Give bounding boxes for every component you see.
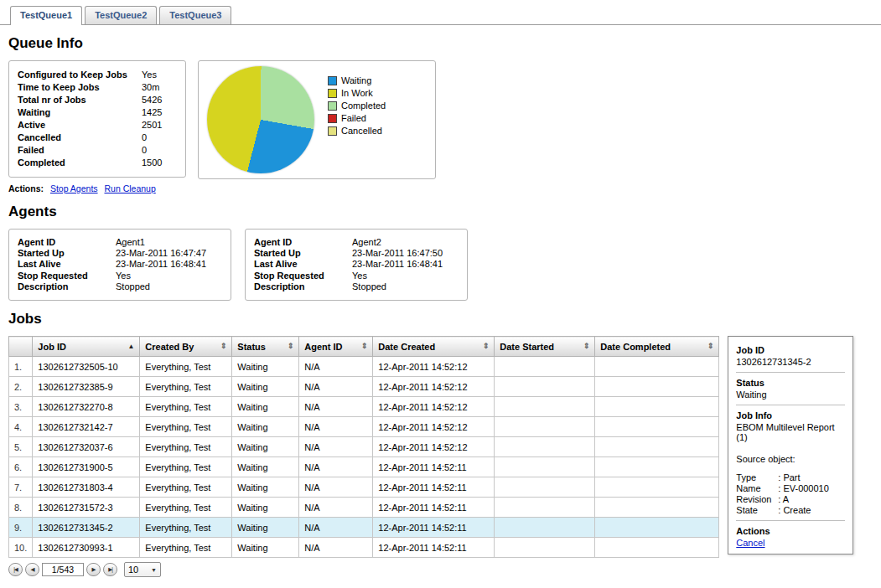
agent-field-value: Agent1 — [116, 237, 145, 248]
cell-agent-id: N/A — [299, 518, 373, 538]
sort-icon[interactable]: ⇕ — [288, 343, 294, 350]
table-row[interactable]: 8.1302612731572-3Everything, TestWaiting… — [9, 498, 719, 518]
next-page-button[interactable]: ▶ — [86, 563, 101, 576]
cell-created-by: Everything, Test — [140, 477, 232, 498]
page-size-select[interactable]: 10▼ — [124, 562, 161, 577]
stat-label: Configured to Keep Jobs — [18, 69, 142, 81]
cancel-job-link[interactable]: Cancel — [736, 538, 764, 548]
agent-field-label: Started Up — [254, 248, 352, 259]
agent-field-label: Agent ID — [254, 237, 352, 248]
property-label: Type — [736, 472, 778, 483]
column-label: Date Created — [378, 342, 435, 352]
detail-actions-label: Actions — [736, 524, 845, 538]
spacer — [736, 446, 845, 454]
cell-date-completed — [595, 397, 719, 417]
prev-page-button[interactable]: ◀ — [25, 563, 39, 576]
row-number: 4. — [9, 417, 33, 437]
stop-agents-link[interactable]: Stop Agents — [50, 183, 98, 193]
cell-agent-id: N/A — [299, 477, 373, 498]
column-header-job-id[interactable]: Job ID▲ — [33, 337, 140, 357]
tab-testqueue2[interactable]: TestQueue2 — [85, 6, 157, 24]
cell-date-created: 12-Apr-2011 14:52:12 — [373, 397, 495, 417]
page-size-value: 10 — [128, 565, 138, 575]
table-row[interactable]: 10.1302612730993-1Everything, TestWaitin… — [9, 538, 719, 558]
legend-label: Failed — [341, 113, 366, 123]
legend-swatch-failed — [328, 114, 337, 123]
cell-date-started — [495, 498, 595, 518]
cell-date-started — [495, 437, 595, 457]
table-row[interactable]: 4.1302612732142-7Everything, TestWaiting… — [9, 417, 719, 437]
column-label: Date Completed — [600, 342, 671, 352]
pie-chart — [207, 66, 314, 173]
cell-date-started — [495, 357, 595, 377]
column-header-agent-id[interactable]: Agent ID⇕ — [299, 337, 373, 357]
stat-label: Time to Keep Jobs — [18, 81, 142, 94]
run-cleanup-link[interactable]: Run Cleanup — [104, 183, 155, 193]
cell-job-id: 1302612732142-7 — [33, 417, 140, 437]
agent-field-value: Yes — [116, 271, 131, 281]
table-row[interactable]: 6.1302612731900-5Everything, TestWaiting… — [9, 457, 719, 477]
legend-label: Cancelled — [341, 126, 382, 136]
tab-testqueue1[interactable]: TestQueue1 — [10, 6, 82, 25]
cell-job-id: 1302612731900-5 — [33, 457, 140, 477]
cell-date-created: 12-Apr-2011 14:52:12 — [373, 377, 495, 397]
cell-job-id: 1302612732385-9 — [33, 377, 140, 397]
cell-job-id: 1302612732270-8 — [33, 397, 140, 417]
cell-status: Waiting — [232, 397, 299, 417]
cell-job-id: 1302612731345-2 — [33, 518, 140, 538]
row-number: 1. — [9, 357, 33, 377]
table-row-selected[interactable]: 9.1302612731345-2Everything, TestWaiting… — [9, 518, 719, 538]
legend-swatch-inwork — [328, 89, 337, 98]
queue-chart-panel: Waiting In Work Completed Failed Cancell… — [198, 60, 436, 179]
stat-label: Completed — [18, 157, 142, 169]
column-header-date-created[interactable]: Date Created⇕ — [373, 337, 495, 357]
cell-created-by: Everything, Test — [140, 498, 232, 518]
table-row[interactable]: 5.1302612732037-6Everything, TestWaiting… — [9, 437, 719, 457]
queue-stats-panel: Configured to Keep JobsYes Time to Keep … — [8, 60, 186, 178]
sort-icon[interactable]: ⇕ — [220, 343, 227, 350]
cell-date-started — [495, 397, 595, 417]
sort-asc-icon[interactable]: ▲ — [127, 343, 134, 350]
cell-job-id: 1302612732037-6 — [33, 437, 140, 457]
agent-field-label: Last Alive — [254, 259, 352, 270]
agent-field-value: Agent2 — [352, 237, 381, 248]
row-number: 5. — [9, 437, 33, 457]
cell-agent-id: N/A — [299, 397, 373, 417]
column-header-date-started[interactable]: Date Started⇕ — [495, 337, 595, 357]
column-header-created-by[interactable]: Created By⇕ — [140, 337, 232, 357]
column-header-status[interactable]: Status⇕ — [232, 337, 299, 357]
legend-item: Cancelled — [328, 126, 386, 136]
property-label: Revision — [736, 494, 778, 505]
table-row[interactable]: 2.1302612732385-9Everything, TestWaiting… — [9, 377, 719, 397]
sort-icon[interactable]: ⇕ — [483, 343, 490, 350]
detail-job-info-label: Job Info — [736, 408, 845, 422]
stat-label: Active — [18, 119, 142, 132]
cell-agent-id: N/A — [299, 437, 373, 457]
column-header-rownum — [9, 337, 33, 357]
agent-field-label: Description — [18, 281, 116, 292]
sort-icon[interactable]: ⇕ — [583, 343, 590, 350]
property-value: : Create — [778, 505, 811, 516]
sort-icon[interactable]: ⇕ — [707, 343, 714, 350]
legend-swatch-waiting — [328, 76, 337, 85]
cell-status: Waiting — [232, 457, 299, 477]
page-number-input[interactable] — [42, 563, 84, 576]
table-row[interactable]: 3.1302612732270-8Everything, TestWaiting… — [9, 397, 719, 417]
sort-icon[interactable]: ⇕ — [361, 343, 368, 350]
column-header-date-completed[interactable]: Date Completed⇕ — [595, 337, 719, 357]
table-row[interactable]: 7.1302612731803-4Everything, TestWaiting… — [9, 477, 719, 498]
first-page-button[interactable]: |◀ — [8, 563, 23, 576]
stat-value: 1500 — [142, 157, 162, 169]
cell-date-completed — [595, 457, 719, 477]
agent-field-label: Last Alive — [18, 259, 116, 270]
tab-testqueue3[interactable]: TestQueue3 — [159, 6, 231, 24]
row-number: 3. — [9, 397, 33, 417]
agent-card-1: Agent IDAgent1 Started Up23-Mar-2011 16:… — [8, 229, 231, 301]
table-row[interactable]: 1.1302612732505-10Everything, TestWaitin… — [9, 357, 719, 377]
agent-field-value: 23-Mar-2011 16:47:50 — [352, 248, 443, 259]
last-page-button[interactable]: ▶| — [103, 563, 117, 576]
stat-value: 5426 — [142, 94, 162, 106]
cell-date-created: 12-Apr-2011 14:52:11 — [373, 477, 495, 498]
detail-job-info-value: EBOM Multilevel Report (1) — [736, 422, 845, 446]
divider — [736, 520, 845, 521]
